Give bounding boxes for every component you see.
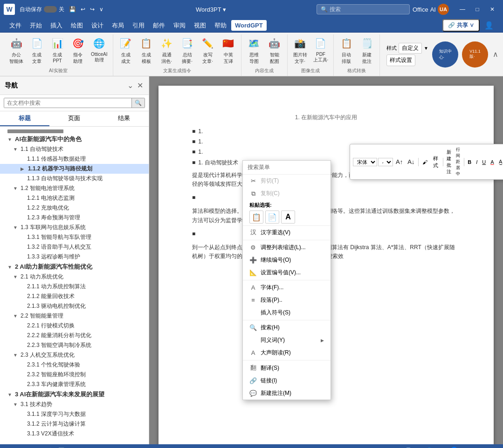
nav-tab-results[interactable]: 结果 bbox=[99, 111, 149, 126]
style-settings-btn[interactable]: 样式设置 bbox=[386, 54, 415, 66]
ribbon-btn-polish[interactable]: ✨ 疏通润色· bbox=[157, 34, 177, 66]
ribbon-btn-summarize[interactable]: 📑 总结摘要· bbox=[178, 34, 197, 66]
tree-item[interactable]: 2.3.1 个性化驾驶体验 bbox=[0, 360, 149, 370]
cm-item-synonym[interactable]: 同义词(Y) bbox=[243, 334, 331, 346]
ribbon-btn-gen-text[interactable]: 📝 生成成文 bbox=[116, 34, 136, 66]
menu-draw[interactable]: 绘图 bbox=[67, 20, 87, 32]
cm-item-search[interactable]: 🔍 搜索(H) bbox=[243, 321, 331, 334]
tree-item[interactable]: 1.3.1 智能导航与车队管理 bbox=[0, 232, 149, 242]
ribbon-btn-pdf-tools[interactable]: 📄 PDF上工具· bbox=[311, 34, 331, 65]
maximize-button[interactable]: □ bbox=[470, 4, 484, 15]
nav-collapse-icon[interactable]: ⌄ bbox=[126, 80, 134, 91]
cm-paste-plain[interactable]: 📄 bbox=[265, 210, 279, 224]
menu-review[interactable]: 审阅 bbox=[170, 20, 189, 32]
menu-wordgpt[interactable]: WordGPT bbox=[231, 20, 267, 31]
ribbon-btn-gen-ppt[interactable]: 📊 生成PPT bbox=[48, 34, 67, 65]
clear-format-icon[interactable]: 🖌 bbox=[420, 158, 429, 166]
style-box[interactable]: 自定义 bbox=[399, 43, 422, 54]
ribbon-btn-gen-template[interactable]: 📋 生成模板 bbox=[137, 34, 156, 66]
cm-item-paragraph[interactable]: ≡ 段落(P).. bbox=[243, 294, 331, 306]
cm-item-translate[interactable]: 翻 翻译(S) bbox=[243, 361, 331, 374]
version-btn[interactable]: V11.1版· bbox=[462, 41, 488, 68]
underline-btn[interactable]: U bbox=[480, 158, 488, 166]
tree-item-selected[interactable]: ▶ 1.1.2 机器学习与路径规划 bbox=[0, 164, 149, 174]
account-icon[interactable]: 👤 bbox=[481, 19, 497, 32]
tree-item[interactable]: ▼ 2.3 人机交互系统优化 bbox=[0, 350, 149, 360]
close-button[interactable]: ✕ bbox=[485, 4, 499, 15]
font-color-btn[interactable]: A bbox=[489, 158, 496, 166]
tree-item[interactable]: ▼ 2.1 动力系统优化 bbox=[0, 272, 149, 282]
menu-references[interactable]: 引用 bbox=[129, 20, 148, 32]
tree-item[interactable]: 3.1.3 V2X通信技术 bbox=[0, 429, 149, 439]
ribbon-btn-auto-layout[interactable]: 📋 目动排版 bbox=[337, 34, 356, 66]
tree-item[interactable]: 1.2.3 寿命预测与管理 bbox=[0, 213, 149, 223]
knowledge-center-btn[interactable]: 知识中心· bbox=[432, 41, 458, 68]
indent-btn[interactable]: 行间距居中 bbox=[454, 146, 462, 178]
tree-item[interactable]: ▼ 1.2 智能电池管理系统 bbox=[0, 183, 149, 193]
style-dropdown-icon[interactable]: ▼ bbox=[424, 46, 428, 51]
ribbon-btn-img-to-text[interactable]: 📸 图片转文字· bbox=[290, 34, 310, 66]
tree-item[interactable]: ▼ 2.2 智能能量管理 bbox=[0, 311, 149, 321]
autosave-toggle[interactable] bbox=[44, 6, 57, 13]
menu-file[interactable]: 文件 bbox=[6, 20, 25, 32]
ribbon-btn-translate[interactable]: 🇨🇳 中英互译 bbox=[219, 34, 238, 66]
font-selector[interactable]: 宋体 bbox=[353, 158, 377, 166]
ribbon-expand-icon[interactable]: ∧ bbox=[492, 49, 499, 60]
ribbon-btn-command[interactable]: 🎯 指令助理 bbox=[68, 34, 88, 66]
nav-tab-headings[interactable]: 标题 bbox=[0, 111, 49, 126]
tree-item[interactable]: 3.1.2 云计算与边缘计算 bbox=[0, 419, 149, 429]
tree-item[interactable]: 2.2.1 行驶模式切换 bbox=[0, 321, 149, 331]
tree-item[interactable]: 3.1.1 深度学习与大数据 bbox=[0, 409, 149, 419]
highlight-btn[interactable]: A̲ bbox=[497, 158, 503, 166]
share-button[interactable]: 🔗 共享 ∨ bbox=[442, 19, 480, 32]
tree-item[interactable]: 1.1.3 自动驾驶等级与技术实现 bbox=[0, 174, 149, 183]
tree-item[interactable]: 2.3.3 车内健康管理系统 bbox=[0, 380, 149, 389]
search-input[interactable] bbox=[330, 6, 395, 13]
ribbon-btn-rewrite[interactable]: ✏️ 改写文章· bbox=[198, 34, 218, 66]
tree-item[interactable]: 1.1.1 传感器与数据处理 bbox=[0, 154, 149, 164]
tree-item[interactable]: ▼ 1.3 车联网与信息娱乐系统 bbox=[0, 223, 149, 232]
customize-icon[interactable]: ∨ bbox=[97, 5, 105, 14]
style-dropdown[interactable]: 样式 bbox=[430, 154, 441, 170]
minimize-button[interactable]: — bbox=[455, 4, 469, 15]
shrink-font-icon[interactable]: A↓ bbox=[406, 157, 416, 166]
tree-item[interactable]: ▼ 3 AI在新能源汽车未来发展的展望 bbox=[0, 389, 149, 400]
tree-item[interactable]: ▼ 3.1 技术趋势 bbox=[0, 400, 149, 409]
nav-search-input[interactable] bbox=[4, 98, 131, 108]
cm-item-font[interactable]: A 字体(F)... bbox=[243, 281, 331, 294]
ribbon-btn-smart-img[interactable]: 🤖 智能配图 bbox=[265, 34, 284, 66]
menu-home[interactable]: 开始 bbox=[26, 20, 46, 32]
office-ai-button[interactable]: Office AI UA bbox=[413, 4, 449, 15]
cm-paste-dest-format[interactable]: A bbox=[281, 210, 295, 224]
tree-item[interactable]: 2.3.2 智能座舱环境控制 bbox=[0, 370, 149, 380]
tree-item[interactable]: 2.2.2 能量消耗分析与优化 bbox=[0, 331, 149, 340]
tree-item[interactable]: 2.2.3 智能空调与制冷系统 bbox=[0, 340, 149, 350]
cm-item-indent[interactable]: ⚙ 调整列表缩进(L)... bbox=[243, 241, 331, 254]
tree-item[interactable]: 2.1.2 能量回收技术 bbox=[0, 292, 149, 301]
cm-item-link[interactable]: 🔗 链接(I) bbox=[243, 374, 331, 387]
ribbon-btn-new-comment[interactable]: 🗒️ 新建批注 bbox=[357, 34, 377, 66]
cm-item-new-comment[interactable]: 💬 新建批注(M) bbox=[243, 387, 331, 400]
italic-btn[interactable]: I bbox=[474, 158, 479, 166]
tree-item[interactable]: 2.1.1 动力系统控制算法 bbox=[0, 282, 149, 292]
user-avatar[interactable]: UA bbox=[438, 4, 449, 15]
cm-item-read-aloud[interactable]: A 大声朗读(R) bbox=[243, 346, 331, 359]
menu-layout[interactable]: 布局 bbox=[108, 20, 128, 32]
cm-item-set-numbering[interactable]: 📐 设置编号值(V)... bbox=[243, 266, 331, 279]
tree-item[interactable]: 1.2.2 充放电优化 bbox=[0, 203, 149, 213]
menu-help[interactable]: 帮助 bbox=[211, 20, 230, 32]
tree-item[interactable]: 1.3.2 语音助手与人机交互 bbox=[0, 242, 149, 252]
ribbon-btn-ai-agent[interactable]: 🤖 办公智能体 bbox=[7, 34, 26, 66]
nav-search-icon[interactable]: 🔍 bbox=[131, 98, 145, 108]
tree-item[interactable]: ▼ 1.1 自动驾驶技术 bbox=[0, 144, 149, 154]
tree-item[interactable]: 2.1.3 驱动电机控制优化 bbox=[0, 301, 149, 311]
font-size-selector[interactable]: 小五 bbox=[378, 158, 393, 166]
ribbon-btn-office-ai[interactable]: 🌐 OtticeAI助理 bbox=[89, 34, 110, 65]
redo-icon[interactable]: ↪ bbox=[88, 5, 96, 14]
cm-paste-keep-format[interactable]: 📋 bbox=[249, 210, 263, 224]
nav-close-icon[interactable]: ✕ bbox=[136, 80, 144, 91]
cm-item-cut[interactable]: ✂ 剪切(T) bbox=[243, 175, 331, 187]
menu-design[interactable]: 设计 bbox=[88, 20, 107, 32]
save-icon[interactable]: 💾 bbox=[67, 5, 78, 14]
tree-item[interactable]: ▼ 2 AI助力新能源汽车性能优化 bbox=[0, 262, 149, 272]
